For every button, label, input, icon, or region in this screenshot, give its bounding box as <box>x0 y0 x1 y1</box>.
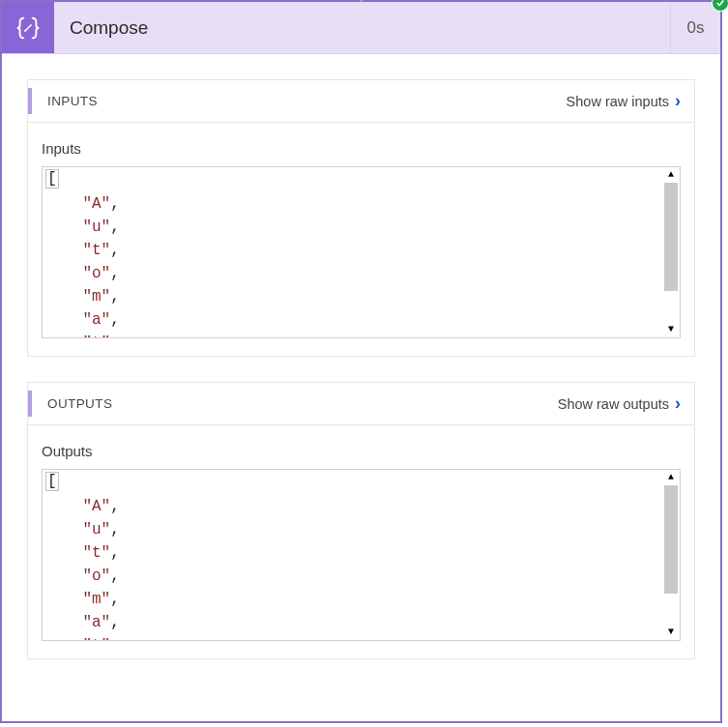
compose-action-card: Compose 0s INPUTS Show raw inputs › Inpu… <box>0 0 722 723</box>
inputs-panel-title: INPUTS <box>42 94 98 108</box>
inputs-panel: INPUTS Show raw inputs › Inputs [ "A", "… <box>27 79 695 357</box>
outputs-scrollbar[interactable]: ▲ ▼ <box>664 472 678 638</box>
check-icon <box>715 0 725 8</box>
inputs-code-box[interactable]: [ "A", "u", "t", "o", "m", "a", "t" ▲ ▼ <box>42 166 681 338</box>
outputs-panel-header: OUTPUTS Show raw outputs › <box>28 383 694 425</box>
inputs-body-label: Inputs <box>42 140 681 157</box>
svg-point-0 <box>24 29 26 31</box>
chevron-right-icon: › <box>675 393 681 414</box>
card-body: INPUTS Show raw inputs › Inputs [ "A", "… <box>2 54 720 659</box>
chevron-right-icon: › <box>675 91 681 111</box>
scroll-thumb[interactable] <box>664 183 678 291</box>
card-header[interactable]: Compose 0s <box>2 2 720 54</box>
inputs-scrollbar[interactable]: ▲ ▼ <box>664 169 678 335</box>
inputs-panel-body: Inputs [ "A", "u", "t", "o", "m", "a", "… <box>28 123 694 356</box>
compose-icon <box>2 2 54 53</box>
card-duration: 0s <box>670 2 720 53</box>
show-raw-inputs-link[interactable]: Show raw inputs › <box>567 91 681 111</box>
inputs-code: [ "A", "u", "t", "o", "m", "a", "t" <box>43 167 680 338</box>
outputs-code: [ "A", "u", "t", "o", "m", "a", "t" <box>43 470 680 641</box>
scroll-up-icon[interactable]: ▲ <box>664 169 678 181</box>
outputs-code-box[interactable]: [ "A", "u", "t", "o", "m", "a", "t" ▲ ▼ <box>42 469 681 641</box>
show-raw-outputs-label: Show raw outputs <box>558 396 669 412</box>
scroll-down-icon[interactable]: ▼ <box>664 626 678 638</box>
scroll-down-icon[interactable]: ▼ <box>664 324 678 335</box>
card-title: Compose <box>54 2 670 53</box>
scroll-thumb[interactable] <box>664 485 678 594</box>
connector-arrow-down-icon <box>354 0 369 2</box>
inputs-panel-header: INPUTS Show raw inputs › <box>28 80 694 123</box>
show-raw-outputs-link[interactable]: Show raw outputs › <box>558 393 681 414</box>
braces-icon <box>14 14 43 43</box>
outputs-panel-title: OUTPUTS <box>42 396 112 411</box>
outputs-body-label: Outputs <box>42 443 681 459</box>
outputs-panel: OUTPUTS Show raw outputs › Outputs [ "A"… <box>27 382 695 659</box>
show-raw-inputs-label: Show raw inputs <box>567 94 669 109</box>
scroll-up-icon[interactable]: ▲ <box>664 472 678 483</box>
outputs-panel-body: Outputs [ "A", "u", "t", "o", "m", "a", … <box>28 425 694 658</box>
